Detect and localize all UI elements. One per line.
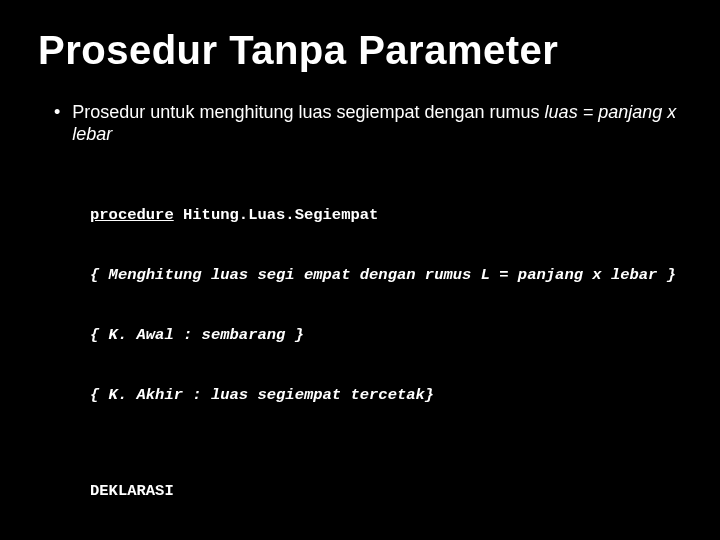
keyword-procedure: procedure [90,206,174,224]
slide-title: Prosedur Tanpa Parameter [38,28,682,73]
section-head: DEKLARASI [90,481,682,501]
bullet-marker: • [54,101,60,123]
bullet-text: Prosedur untuk menghitung luas segiempat… [72,101,682,145]
bullet-text-plain: Prosedur untuk menghitung luas segiempat… [72,102,544,122]
code-comment: { K. Akhir : luas segiempat tercetak} [90,385,682,405]
code-procedure-header: procedure Hitung.Luas.Segiempat { Menghi… [38,165,682,425]
procedure-name: Hitung.Luas.Segiempat [174,206,379,224]
code-comment: { K. Awal : sembarang } [90,325,682,345]
code-line: procedure Hitung.Luas.Segiempat [90,205,682,225]
code-deklarasi: DEKLARASI panjang : real lebar : real lu… [38,441,682,540]
code-comment: { Menghitung luas segi empat dengan rumu… [90,265,682,285]
bullet-item: • Prosedur untuk menghitung luas segiemp… [38,101,682,145]
